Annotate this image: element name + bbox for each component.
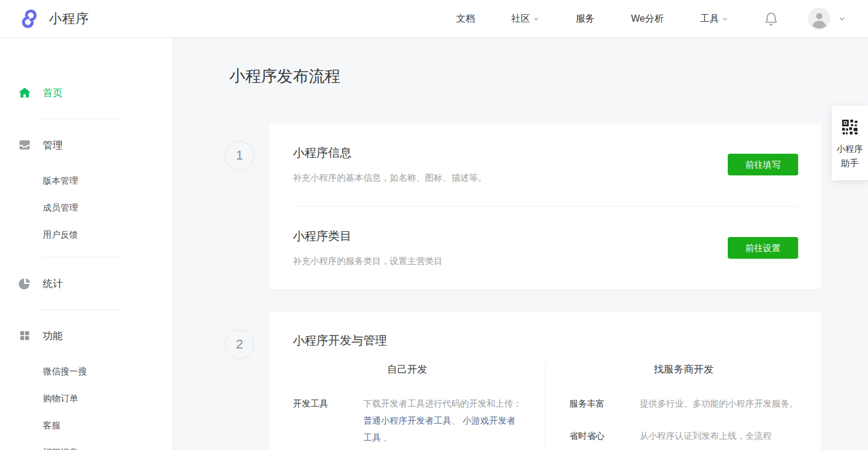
sidebar-item-label: 功能 [43, 329, 63, 343]
self-develop-column: 自己开发 开发工具 下载开发者工具进行代码的开发和上传： 普通小程序开发者工具、… [293, 363, 546, 450]
qrcode-icon [835, 119, 864, 138]
step-1-number: 1 [225, 141, 254, 170]
top-nav: 文档 社区 服务 We分析 工具 [456, 8, 846, 30]
nav-label: 服务 [576, 13, 595, 25]
sidebar-item-features[interactable]: 功能 [0, 322, 173, 349]
mini-program-category-item: 小程序类目 补充小程序的服务类目，设置主营类目 前往设置 [269, 207, 822, 289]
sidebar-divider [41, 309, 123, 310]
chevron-down-icon [533, 14, 539, 25]
nav-label: 社区 [511, 13, 530, 25]
item-desc: 补充小程序的服务类目，设置主营类目 [293, 255, 443, 267]
chevron-down-icon [839, 14, 846, 25]
sidebar-item-label: 统计 [43, 277, 63, 290]
sidebar-divider [41, 257, 123, 258]
top-bar: 小程序 文档 社区 服务 We分析 工具 [0, 0, 868, 38]
mini-program-info-text: 小程序信息 补充小程序的基本信息，如名称、图标、描述等。 [293, 146, 487, 184]
dev-tools-text: 下载开发者工具进行代码的开发和上传： 普通小程序开发者工具、 小游戏开发者工具 … [363, 395, 522, 446]
sidebar-item-statistics[interactable]: 统计 [0, 270, 173, 297]
rich-service-label: 服务丰富 [569, 395, 640, 412]
self-develop-header: 自己开发 [293, 363, 522, 376]
home-icon [18, 86, 32, 100]
dev-tools-text-prefix: 下载开发者工具进行代码的开发和上传： [363, 398, 522, 408]
nav-item-we-analytics[interactable]: We分析 [631, 13, 664, 25]
normal-devtools-link[interactable]: 普通小程序开发者工具 [363, 415, 451, 425]
page-title: 小程序发布流程 [229, 65, 868, 87]
page-layout: 首页 管理 版本管理 成员管理 用户反馈 统计 [0, 38, 868, 450]
rich-service-row: 服务丰富 提供多行业、多功能的小程序开发服务。 [569, 395, 798, 412]
go-fill-button[interactable]: 前往填写 [728, 154, 798, 175]
sidebar-item-customer-service[interactable]: 客服 [0, 421, 173, 430]
sidebar-item-home[interactable]: 首页 [0, 79, 173, 106]
dev-columns: 自己开发 开发工具 下载开发者工具进行代码的开发和上传： 普通小程序开发者工具、… [293, 363, 798, 450]
grid-icon [18, 329, 32, 343]
save-time-text: 从小程序认证到发布上线，全流程 [640, 427, 798, 444]
service-provider-header: 找服务商开发 [569, 363, 798, 376]
dev-tools-suffix: 。 [381, 432, 392, 442]
nav-label: 工具 [700, 13, 719, 25]
save-time-label: 省时省心 [569, 427, 640, 444]
nav-item-tools[interactable]: 工具 [700, 13, 728, 25]
mini-program-logo-icon [18, 7, 41, 31]
sidebar: 首页 管理 版本管理 成员管理 用户反馈 统计 [0, 38, 173, 450]
chevron-down-icon [722, 14, 728, 25]
mini-program-info-item: 小程序信息 补充小程序的基本信息，如名称、图标、描述等。 前往填写 [269, 123, 822, 206]
go-setup-button[interactable]: 前往设置 [728, 237, 798, 259]
step-1-card: 小程序信息 补充小程序的基本信息，如名称、图标、描述等。 前往填写 小程序类目 … [269, 123, 822, 289]
sidebar-item-version-manage[interactable]: 版本管理 [0, 176, 173, 185]
release-steps: 1 小程序信息 补充小程序的基本信息，如名称、图标、描述等。 前往填写 小程序类… [225, 123, 868, 450]
sidebar-item-manage[interactable]: 管理 [0, 131, 173, 158]
notifications-button[interactable] [764, 11, 779, 26]
step-2: 2 小程序开发与管理 自己开发 开发工具 下载开发者工具进行代码的开发和上传： … [225, 312, 868, 450]
step-1: 1 小程序信息 补充小程序的基本信息，如名称、图标、描述等。 前往填写 小程序类… [225, 123, 868, 289]
sidebar-item-subscribe-message[interactable]: 订阅消息 [0, 448, 173, 450]
dev-tools-label: 开发工具 [293, 395, 363, 446]
save-time-row: 省时省心 从小程序认证到发布上线，全流程 [569, 427, 798, 444]
step-2-number: 2 [225, 330, 254, 359]
nav-label: 文档 [456, 13, 475, 25]
rich-service-text: 提供多行业、多功能的小程序开发服务。 [640, 395, 798, 412]
assistant-label-line2: 助手 [835, 156, 864, 170]
mini-program-category-text: 小程序类目 补充小程序的服务类目，设置主营类目 [293, 229, 443, 267]
sidebar-item-shopping-orders[interactable]: 购物订单 [0, 394, 173, 403]
nav-item-community[interactable]: 社区 [511, 13, 539, 25]
step-2-card: 小程序开发与管理 自己开发 开发工具 下载开发者工具进行代码的开发和上传： 普通… [269, 312, 822, 450]
dev-tools-separator: 、 [451, 415, 462, 425]
user-avatar [808, 8, 830, 30]
sidebar-item-user-feedback[interactable]: 用户反馈 [0, 230, 173, 239]
assistant-divider [837, 180, 868, 181]
sidebar-item-member-manage[interactable]: 成员管理 [0, 203, 173, 212]
main-content: 小程序发布流程 1 小程序信息 补充小程序的基本信息，如名称、图标、描述等。 前… [173, 38, 868, 450]
brand[interactable]: 小程序 [18, 7, 89, 31]
pie-chart-icon [18, 276, 32, 290]
sidebar-item-label: 管理 [43, 138, 63, 152]
inbox-icon [18, 138, 32, 152]
item-title: 小程序信息 [293, 146, 487, 160]
nav-item-services[interactable]: 服务 [576, 13, 595, 25]
assistant-label-line1: 小程序 [835, 142, 864, 156]
nav-item-docs[interactable]: 文档 [456, 13, 475, 25]
service-provider-column: 找服务商开发 服务丰富 提供多行业、多功能的小程序开发服务。 省时省心 从小程序… [546, 363, 798, 450]
item-title: 小程序类目 [293, 229, 443, 243]
sidebar-divider [41, 119, 123, 119]
mini-program-assistant-widget[interactable]: 小程序 助手 [832, 106, 868, 181]
sidebar-item-wechat-search[interactable]: 微信搜一搜 [0, 367, 173, 376]
sidebar-item-label: 首页 [43, 86, 63, 100]
account-menu[interactable] [808, 8, 846, 30]
brand-title: 小程序 [49, 10, 89, 28]
bell-icon [764, 11, 779, 26]
nav-label: We分析 [631, 13, 664, 25]
item-desc: 补充小程序的基本信息，如名称、图标、描述等。 [293, 172, 487, 184]
dev-manage-title: 小程序开发与管理 [293, 333, 798, 348]
dev-tools-row: 开发工具 下载开发者工具进行代码的开发和上传： 普通小程序开发者工具、 小游戏开… [293, 395, 522, 446]
